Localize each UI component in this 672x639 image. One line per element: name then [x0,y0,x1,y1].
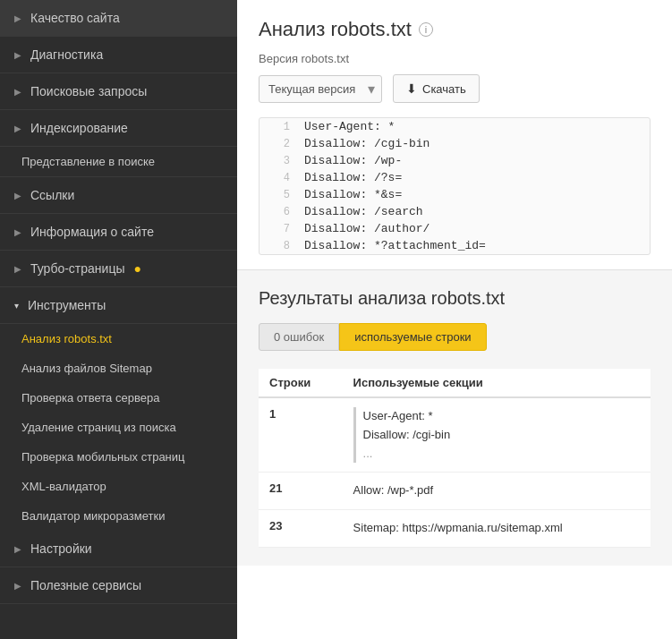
sidebar-item-label: Ссылки [30,188,74,202]
row-number: 21 [259,473,343,510]
arrow-icon: ▾ [14,301,19,311]
top-section: Анализ robots.txt i Версия robots.txt Те… [237,0,672,270]
code-line-5: 5 Disallow: *&s= [259,186,650,203]
tabs-row: 0 ошибок используемые строки [259,323,651,351]
sidebar-item-settings[interactable]: ▶ Настройки [0,531,237,567]
sidebar-item-turbo[interactable]: ▶ Турбо-страницы ● [0,251,237,287]
version-select-wrap: Текущая версия [259,75,382,103]
section-text: Allow: /wp-*.pdf [353,481,640,500]
download-icon: ⬇ [406,81,417,96]
results-table: Строки Используемые секции 1 User-Agent:… [259,369,651,548]
sidebar-item-label: Представление в поиске [21,155,155,168]
sidebar-item-site-info[interactable]: ▶ Информация о сайте [0,214,237,251]
download-button[interactable]: ⬇ Скачать [393,74,480,103]
arrow-icon: ▶ [14,227,21,237]
version-select[interactable]: Текущая версия [259,75,382,103]
sidebar-item-tools[interactable]: ▾ Инструменты [0,287,237,324]
sidebar-item-server-response[interactable]: Проверка ответа сервера [0,383,237,413]
sidebar-item-label: Информация о сайте [30,225,154,239]
arrow-icon: ▶ [14,50,21,60]
row-number: 23 [259,510,343,548]
code-line-6: 6 Disallow: /search [259,203,650,220]
code-line-7: 7 Disallow: /author/ [259,220,650,237]
row-number: 1 [259,397,343,473]
sidebar-item-sitemap-analysis[interactable]: Анализ файлов Sitemap [0,354,237,383]
sidebar-item-label: Инструменты [28,298,106,312]
code-line-2: 2 Disallow: /cgi-bin [259,135,650,152]
sidebar-item-label: Полезные сервисы [30,578,141,592]
sidebar-item-label: Индексирование [30,121,128,135]
table-row: 21 Allow: /wp-*.pdf [259,473,651,510]
row-content: Sitemap: https://wpmania.ru/sitemap.xml [343,510,651,548]
tab-used-lines[interactable]: используемые строки [339,323,487,351]
sidebar: ▶ Качество сайта ▶ Диагностика ▶ Поисков… [0,0,237,639]
sidebar-item-robots-analysis[interactable]: Анализ robots.txt [0,324,237,354]
sidebar-item-diagnostics[interactable]: ▶ Диагностика [0,37,237,73]
code-block: 1 User-Agent: * 2 Disallow: /cgi-bin 3 D… [259,117,651,255]
sidebar-item-remove-pages[interactable]: Удаление страниц из поиска [0,413,237,442]
arrow-icon: ▶ [14,191,21,200]
arrow-icon: ▶ [14,544,21,554]
sidebar-item-xml-validator[interactable]: XML-валидатор [0,472,237,501]
arrow-icon: ▶ [14,264,21,274]
sidebar-item-links[interactable]: ▶ Ссылки [0,177,237,214]
tools-submenu: Анализ robots.txt Анализ файлов Sitemap … [0,324,237,531]
main-content: Анализ robots.txt i Версия robots.txt Те… [237,0,672,639]
arrow-icon: ▶ [14,13,21,23]
arrow-icon: ▶ [14,581,21,591]
table-row: 23 Sitemap: https://wpmania.ru/sitemap.x… [259,510,651,548]
section-text: User-Agent: * Disallow: /cgi-bin ... [353,407,640,463]
sidebar-item-label: Качество сайта [30,11,120,25]
code-line-1: 1 User-Agent: * [259,118,650,135]
tab-errors[interactable]: 0 ошибок [259,323,339,351]
controls-row: Текущая версия ⬇ Скачать [259,74,651,103]
code-line-4: 4 Disallow: /?s= [259,169,650,186]
sidebar-item-search-presentation[interactable]: Представление в поиске [0,147,237,177]
table-row: 1 User-Agent: * Disallow: /cgi-bin ... [259,397,651,473]
col-header-sections: Используемые секции [343,369,651,397]
section-text: Sitemap: https://wpmania.ru/sitemap.xml [353,519,640,538]
version-label: Версия robots.txt [259,52,651,65]
page-title: Анализ robots.txt i [259,18,651,41]
bottom-section: Результаты анализа robots.txt 0 ошибок и… [237,270,672,566]
arrow-icon: ▶ [14,124,21,133]
row-content: Allow: /wp-*.pdf [343,473,651,510]
sidebar-item-label: Поисковые запросы [30,84,147,98]
sidebar-item-label: Настройки [30,541,92,556]
results-title: Результаты анализа robots.txt [259,288,651,309]
code-line-3: 3 Disallow: /wp- [259,152,650,169]
sidebar-item-mobile-check[interactable]: Проверка мобильных страниц [0,442,237,472]
code-line-8: 8 Disallow: *?attachment_id= [259,237,650,254]
sidebar-item-useful-services[interactable]: ▶ Полезные сервисы [0,567,237,604]
sidebar-item-label: Турбо-страницы [30,261,124,276]
sidebar-item-label: Диагностика [30,47,103,62]
turbo-badge: ● [133,261,140,276]
col-header-rows: Строки [259,369,343,397]
sidebar-item-microdata-validator[interactable]: Валидатор микроразметки [0,501,237,531]
sidebar-item-indexing[interactable]: ▶ Индексирование [0,110,237,147]
arrow-icon: ▶ [14,87,21,97]
row-content: User-Agent: * Disallow: /cgi-bin ... [343,397,651,473]
sidebar-item-search-queries[interactable]: ▶ Поисковые запросы [0,73,237,110]
download-label: Скачать [422,82,466,96]
sidebar-item-quality[interactable]: ▶ Качество сайта [0,0,237,37]
info-icon[interactable]: i [419,22,433,37]
